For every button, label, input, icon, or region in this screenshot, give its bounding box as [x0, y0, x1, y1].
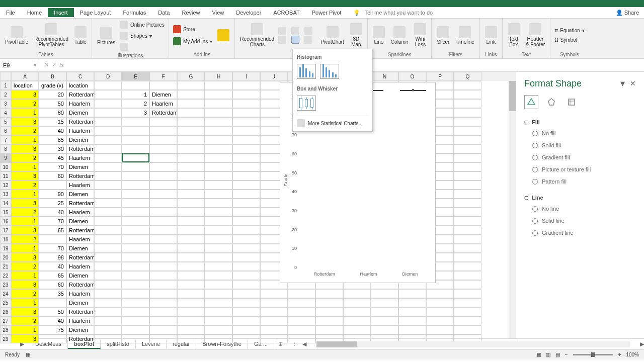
cell-A1[interactable]: location	[11, 81, 39, 90]
cell-F21[interactable]	[149, 262, 177, 271]
cell-E24[interactable]	[122, 289, 149, 298]
row-header-14[interactable]: 14	[0, 199, 11, 208]
cell-F26[interactable]	[149, 307, 177, 316]
cell-F22[interactable]	[149, 271, 177, 280]
cell-C5[interactable]: Rotterdam	[66, 117, 94, 126]
tab-pagelayout[interactable]: Page Layout	[74, 8, 117, 17]
tab-data[interactable]: Data	[152, 8, 176, 17]
row-header-28[interactable]: 28	[0, 325, 11, 334]
col-header-J[interactable]: J	[260, 72, 288, 81]
3d-map-button[interactable]: 3D Map	[348, 22, 364, 48]
cell-C23[interactable]: Rotterdam	[66, 280, 94, 289]
cell-B20[interactable]: 98	[39, 253, 66, 262]
equation-button[interactable]: π Equation ▾	[553, 27, 585, 34]
tab-acrobat[interactable]: ACROBAT	[267, 8, 305, 17]
col-header-D[interactable]: D	[94, 72, 122, 81]
cell-C29[interactable]: Rotterdam	[66, 334, 94, 343]
fill-section-header[interactable]: ▢Fill	[524, 117, 636, 127]
cell-A12[interactable]: 2	[11, 180, 39, 190]
slicer-button[interactable]: Slicer	[435, 25, 451, 46]
cell-E6[interactable]	[122, 126, 149, 135]
cell-A4[interactable]: 1	[11, 108, 39, 117]
cell-E21[interactable]	[122, 262, 149, 271]
histogram-option[interactable]	[297, 64, 316, 79]
row-header-3[interactable]: 3	[0, 99, 11, 108]
cell-E25[interactable]	[122, 298, 149, 307]
cell-A11[interactable]: 3	[11, 171, 39, 180]
col-header-I[interactable]: I	[232, 72, 260, 81]
my-addins-button[interactable]: My Add-ins ▾	[172, 36, 213, 46]
pane-dropdown-icon[interactable]: ▾	[620, 78, 625, 89]
row-header-19[interactable]: 19	[0, 244, 11, 253]
grid[interactable]: ABCDEFGHIJKLMNOPQ 1locationgrade (x)loca…	[0, 72, 516, 338]
cell-F2[interactable]: Diemen	[149, 90, 177, 99]
zoom-out-button[interactable]: −	[565, 352, 568, 357]
cell-E8[interactable]	[122, 144, 149, 153]
fx-icon[interactable]: fx	[59, 62, 64, 68]
row-header-10[interactable]: 10	[0, 162, 11, 171]
cell-A20[interactable]: 3	[11, 253, 39, 262]
name-box[interactable]: E9▾	[0, 59, 40, 71]
cell-E2[interactable]: 1	[122, 90, 149, 99]
cell-A2[interactable]: 3	[11, 90, 39, 99]
row-header-29[interactable]: 29	[0, 334, 11, 343]
vertical-scrollbar[interactable]	[509, 81, 516, 338]
cell-C7[interactable]: Diemen	[66, 135, 94, 144]
row-header-1[interactable]: 1	[0, 81, 11, 90]
cell-C21[interactable]: Haarlem	[66, 262, 94, 271]
tab-home[interactable]: Home	[21, 8, 48, 17]
size-properties-tab[interactable]	[565, 95, 579, 109]
cell-E16[interactable]	[122, 217, 149, 226]
col-header-F[interactable]: F	[149, 72, 177, 81]
col-header-P[interactable]: P	[426, 72, 454, 81]
cell-A10[interactable]: 1	[11, 162, 39, 171]
cell-F12[interactable]	[149, 180, 177, 190]
col-header-G[interactable]: G	[177, 72, 205, 81]
link-button[interactable]: Link	[483, 25, 499, 46]
cell-A23[interactable]: 3	[11, 280, 39, 289]
cell-C27[interactable]: Haarlem	[66, 316, 94, 325]
cell-A28[interactable]: 1	[11, 325, 39, 334]
col-header-E[interactable]: E	[122, 72, 149, 81]
cell-A22[interactable]: 1	[11, 271, 39, 280]
row-header-9[interactable]: 9	[0, 153, 11, 162]
cell-C13[interactable]: Diemen	[66, 190, 94, 199]
cell-E12[interactable]	[122, 180, 149, 190]
cell-E13[interactable]	[122, 190, 149, 199]
row-header-17[interactable]: 17	[0, 226, 11, 235]
select-all-corner[interactable]	[0, 72, 11, 81]
cell-B16[interactable]: 70	[39, 217, 66, 226]
cell-F17[interactable]	[149, 226, 177, 235]
view-layout-icon[interactable]: ▥	[546, 352, 550, 357]
row-header-21[interactable]: 21	[0, 262, 11, 271]
cell-B14[interactable]: 25	[39, 199, 66, 208]
cell-A18[interactable]: 2	[11, 235, 39, 244]
cell-C2[interactable]: Rotterdam	[66, 90, 94, 99]
cell-F20[interactable]	[149, 253, 177, 262]
cell-B15[interactable]: 40	[39, 208, 66, 217]
cell-A9[interactable]: 2	[11, 153, 39, 162]
zoom-level[interactable]: 100%	[626, 352, 639, 357]
fill-option-picture-or-texture-fill[interactable]: Picture or texture fill	[524, 163, 636, 175]
cell-E20[interactable]	[122, 253, 149, 262]
cell-B10[interactable]: 70	[39, 162, 66, 171]
cell-C1[interactable]: location	[66, 81, 94, 90]
timeline-button[interactable]: Timeline	[453, 25, 476, 46]
cell-A26[interactable]: 3	[11, 307, 39, 316]
cell-F25[interactable]	[149, 298, 177, 307]
cell-C11[interactable]: Rotterdam	[66, 171, 94, 180]
row-header-25[interactable]: 25	[0, 298, 11, 307]
more-statistical-charts[interactable]: More Statistical Charts...	[296, 116, 369, 128]
cell-F29[interactable]	[149, 334, 177, 343]
cell-E23[interactable]	[122, 280, 149, 289]
bing-maps-button[interactable]	[215, 28, 231, 42]
cell-C8[interactable]: Rotterdam	[66, 144, 94, 153]
recommended-pivot-button[interactable]: Recommended PivotTables	[32, 22, 70, 48]
cell-F28[interactable]	[149, 325, 177, 334]
cell-B27[interactable]: 40	[39, 316, 66, 325]
statistical-chart-icon[interactable]	[291, 36, 299, 44]
share-button[interactable]: 👤 Share	[616, 10, 639, 16]
cell-E22[interactable]	[122, 271, 149, 280]
cell-C26[interactable]: Rotterdam	[66, 307, 94, 316]
line-option-no-line[interactable]: No line	[524, 203, 636, 215]
